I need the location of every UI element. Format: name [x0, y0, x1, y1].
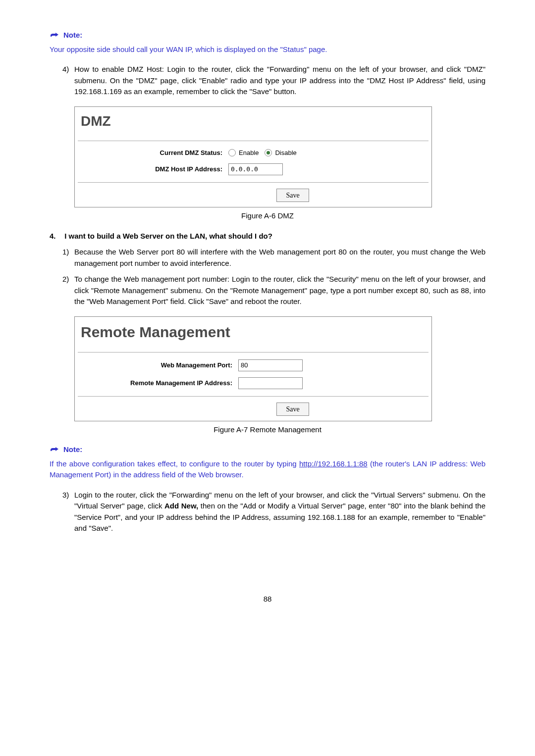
enable-radio-label: Enable — [239, 148, 259, 158]
figure-caption: Figure A-6 DMZ — [50, 210, 485, 222]
button-row: Save — [75, 397, 431, 421]
dmz-status-label: Current DMZ Status: — [79, 148, 228, 158]
list-item: 4) How to enable DMZ Host: Login to the … — [50, 64, 485, 98]
question-header: 4. I want to build a Web Server on the L… — [50, 231, 485, 242]
note-text-before: If the above configuration takes effect,… — [50, 459, 299, 468]
list-item-number: 2) — [50, 274, 74, 307]
figure-caption: Figure A-7 Remote Management — [50, 424, 485, 436]
list-item-number: 4) — [50, 64, 74, 98]
add-new-bold: Add New, — [164, 502, 198, 510]
list: 4) How to enable DMZ Host: Login to the … — [50, 64, 485, 98]
web-port-input[interactable]: 80 — [238, 359, 303, 371]
enable-radio[interactable] — [228, 149, 236, 156]
note-header: Note: — [50, 30, 485, 41]
note-label: Note: — [63, 30, 82, 41]
dmz-ip-label: DMZ Host IP Address: — [79, 164, 228, 174]
dmz-status-controls: Enable Disable — [228, 148, 428, 158]
note-body: Your opposite side should call your WAN … — [50, 44, 485, 55]
remote-ip-input[interactable] — [238, 377, 303, 389]
remote-ip-label: Remote Management IP Address: — [79, 378, 238, 388]
note-label: Note: — [63, 444, 82, 455]
web-port-label: Web Management Port: — [79, 360, 238, 370]
list-item: 3) Login to the router, click the "Forwa… — [50, 490, 485, 534]
remote-ip-row: Remote Management IP Address: — [75, 374, 431, 392]
list-item-body: Login to the router, click the "Forwardi… — [74, 490, 485, 534]
list-item-body: How to enable DMZ Host: Login to the rou… — [74, 64, 485, 98]
dmz-ip-row: DMZ Host IP Address: 0.0.0.0 — [75, 160, 431, 178]
save-button[interactable]: Save — [276, 403, 309, 416]
list: 1) Because the Web Server port 80 will i… — [50, 247, 485, 307]
panel-header: DMZ — [75, 107, 431, 141]
router-url-link[interactable]: http://192.168.1.1:88 — [299, 459, 368, 468]
web-port-row: Web Management Port: 80 — [75, 356, 431, 374]
list-item-body: Because the Web Server port 80 will inte… — [74, 247, 485, 269]
note-body: If the above configuration takes effect,… — [50, 458, 485, 481]
disable-radio[interactable] — [265, 149, 272, 156]
dmz-ip-input[interactable]: 0.0.0.0 — [228, 163, 283, 175]
question-text: I want to build a Web Server on the LAN,… — [64, 232, 272, 240]
list-item: 1) Because the Web Server port 80 will i… — [50, 247, 485, 269]
pointing-hand-icon — [50, 30, 60, 41]
disable-radio-label: Disable — [275, 148, 296, 158]
button-row: Save — [75, 183, 431, 207]
remote-management-panel: Remote Management Web Management Port: 8… — [74, 316, 432, 421]
list: 3) Login to the router, click the "Forwa… — [50, 490, 485, 534]
panel-header: Remote Management — [75, 317, 431, 352]
panel-title: Remote Management — [81, 324, 230, 340]
question-number: 4. — [50, 231, 62, 242]
note-header: Note: — [50, 444, 485, 455]
dmz-panel: DMZ Current DMZ Status: Enable Disable D… — [74, 106, 432, 208]
list-item-number: 3) — [50, 490, 74, 534]
list-item: 2) To change the Web management port num… — [50, 274, 485, 307]
save-button[interactable]: Save — [276, 189, 309, 202]
list-item-number: 1) — [50, 247, 74, 269]
list-item-body: To change the Web management port number… — [74, 274, 485, 307]
pointing-hand-icon — [50, 444, 60, 455]
page-number: 88 — [50, 594, 485, 605]
panel-title: DMZ — [81, 113, 111, 129]
dmz-status-row: Current DMZ Status: Enable Disable — [75, 145, 431, 161]
